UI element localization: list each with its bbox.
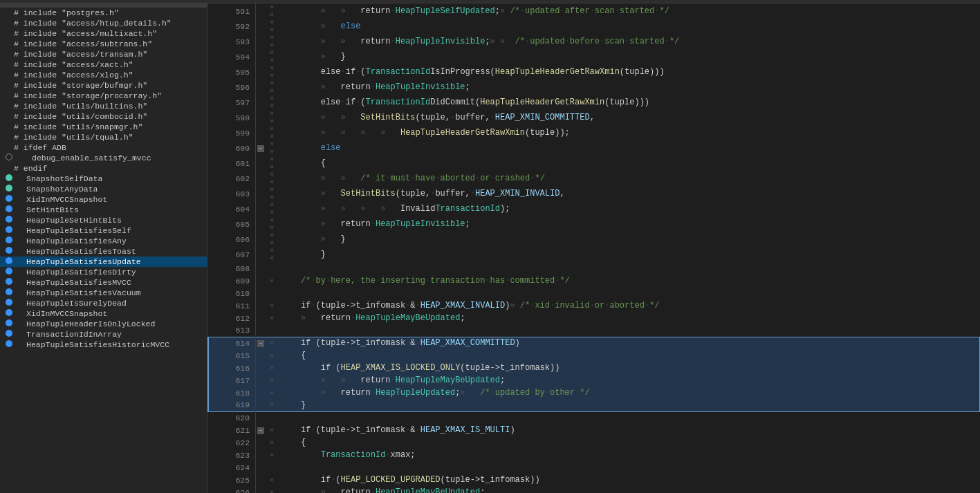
sidebar-item-label: XidInMVCCSnapshot <box>15 309 107 318</box>
sidebar-item-include-subtrans[interactable]: # include "access/subtrans.h" <box>0 39 207 49</box>
sidebar-item-label: HeapTupleSatisfiesMVCC <box>15 278 131 287</box>
arrow-col: » » <box>266 110 278 125</box>
fold-button[interactable]: − <box>257 427 264 434</box>
sidebar-item-include-transam[interactable]: # include "access/transam.h" <box>0 49 207 59</box>
sidebar-item-xid-mvcc[interactable]: XidInMVCCSnapshot <box>0 194 207 205</box>
sidebar-item-heap-satisfies-update[interactable]: HeapTupleSatisfiesUpdate <box>0 257 207 267</box>
code-line-content: TransactionId·xmax; <box>278 449 979 461</box>
table-row: 591» » » » return·HeapTupleSelfUpdated;»… <box>208 3 980 19</box>
table-row: 598» » » » SetHintBits(tuple,·buffer,·HE… <box>208 110 980 125</box>
fold-col <box>256 125 266 140</box>
table-row: 604» » » » » » InvalidTransactionId); <box>208 201 980 216</box>
sidebar-item-snapshot-self[interactable]: SnapshotSelfData <box>0 174 207 184</box>
arrow-col: » » <box>266 156 278 171</box>
fold-col <box>256 186 266 201</box>
line-number: 611 <box>208 299 256 312</box>
sidebar-item-include-combocid[interactable]: # include "utils/combocid.h" <box>0 111 207 122</box>
sidebar-item-heap-satisfies-dirty[interactable]: HeapTupleSatisfiesDirty <box>0 267 207 277</box>
fold-col <box>256 349 266 362</box>
sidebar-item-include-snapmgr[interactable]: # include "utils/snapmgr.h" <box>0 122 207 132</box>
sidebar-item-heap-set-hint[interactable]: HeapTupleSetHintBits <box>0 215 207 225</box>
dot-blue-icon <box>6 236 12 245</box>
sidebar-item-include-bufmgr[interactable]: # include "storage/bufmgr.h" <box>0 80 207 91</box>
table-row: 603» » » SetHintBits(tuple,·buffer,·HEAP… <box>208 186 980 201</box>
sidebar-item-heap-satisfies-mvcc[interactable]: HeapTupleSatisfiesMVCC <box>0 277 207 288</box>
fold-col[interactable]: − <box>256 424 266 436</box>
sidebar-list[interactable]: # include "postgres.h"# include "access/… <box>0 8 207 493</box>
line-number: 622 <box>208 436 256 449</box>
sidebar-item-heap-satisfies-any[interactable]: HeapTupleSatisfiesAny <box>0 236 207 246</box>
fold-col <box>256 19 266 34</box>
table-row: 608 <box>208 262 980 275</box>
fold-col <box>256 324 266 337</box>
sidebar-item-heap-header-only-locked[interactable]: HeapTupleHeaderIsOnlyLocked <box>0 319 207 329</box>
line-number: 602 <box>208 171 256 186</box>
line-number: 595 <box>208 64 256 80</box>
main-container: # include "postgres.h"# include "access/… <box>0 3 980 493</box>
sidebar-item-heap-satisfies-self[interactable]: HeapTupleSatisfiesSelf <box>0 225 207 236</box>
fold-col[interactable]: − <box>256 140 266 156</box>
sidebar-item-include-xlog[interactable]: # include "access/xlog.h" <box>0 70 207 80</box>
table-row: 607» » } <box>208 247 980 262</box>
sidebar-item-heap-satisfies-vacuum[interactable]: HeapTupleSatisfiesVacuum <box>0 288 207 298</box>
arrow-col: » » <box>266 171 278 186</box>
line-number: 598 <box>208 110 256 125</box>
dot-blue-icon <box>6 257 12 266</box>
sidebar-item-xid-mvcc2[interactable]: XidInMVCCSnapshot <box>0 308 207 319</box>
fold-col <box>256 110 266 125</box>
fold-col <box>256 171 266 186</box>
sidebar-item-include-tqual[interactable]: # include "utils/tqual.h" <box>0 132 207 142</box>
fold-col <box>256 3 266 19</box>
arrow-col <box>266 411 278 424</box>
line-number: 618 <box>208 387 256 399</box>
code-line-content: » } <box>278 49 979 64</box>
fold-col <box>256 362 266 374</box>
table-row: 621−» if·(tuple->t_infomask·&·HEAP_XMAX_… <box>208 424 980 436</box>
fold-col <box>256 156 266 171</box>
fold-button[interactable]: − <box>257 340 264 347</box>
sidebar-item-label: HeapTupleSatisfiesAny <box>15 236 127 245</box>
sidebar-item-include-procarray[interactable]: # include "storage/procarray.h" <box>0 91 207 101</box>
fold-col <box>256 449 266 461</box>
line-number: 626 <box>208 486 256 493</box>
code-line-content: { <box>278 156 979 171</box>
sidebar-item-include-xact[interactable]: # include "access/xact.h" <box>0 59 207 70</box>
sidebar-item-label: # endif <box>8 164 47 173</box>
fold-col <box>256 275 266 287</box>
sidebar-item-snapshot-any[interactable]: SnapshotAnyData <box>0 184 207 194</box>
sidebar-item-set-hint-bits[interactable]: SetHintBits <box>0 205 207 215</box>
dot-teal-icon <box>6 185 12 194</box>
sidebar-item-label: HeapTupleSatisfiesSelf <box>15 226 131 235</box>
table-row: 623» TransactionId·xmax; <box>208 449 980 461</box>
code-scroll[interactable]: 591» » » » return·HeapTupleSelfUpdated;»… <box>207 3 980 493</box>
fold-button[interactable]: − <box>257 145 264 152</box>
code-line-content: else·if·(TransactionIdDidCommit(HeapTupl… <box>278 95 979 110</box>
fold-col <box>256 411 266 424</box>
sidebar-item-ifdef-adb[interactable]: # ifdef ADB <box>0 142 207 153</box>
line-number: 606 <box>208 232 256 247</box>
sidebar-item-include-postgres[interactable]: # include "postgres.h" <box>0 8 207 18</box>
fold-col[interactable]: − <box>256 337 266 349</box>
sidebar-item-include-multixact[interactable]: # include "access/multixact.h" <box>0 28 207 39</box>
sidebar-item-include-builtins[interactable]: # include "utils/builtins.h" <box>0 101 207 111</box>
sidebar-item-heap-satisfies-toast[interactable]: HeapTupleSatisfiesToast <box>0 246 207 257</box>
table-row: 618» » return·HeapTupleUpdated;» /*·upda… <box>208 387 980 399</box>
sidebar-item-heap-satisfies-historic[interactable]: HeapTupleSatisfiesHistoricMVCC <box>0 339 207 350</box>
sidebar-item-heap-surely-dead[interactable]: HeapTupleIsSurelyDead <box>0 298 207 308</box>
fold-col <box>256 201 266 216</box>
sidebar-item-debug-enable[interactable]: debug_enable_satisfy_mvcc <box>0 153 207 163</box>
fold-col <box>256 474 266 486</box>
line-number: 624 <box>208 461 256 474</box>
sidebar-item-endif[interactable]: # endif <box>0 163 207 174</box>
arrow-col: » » <box>266 232 278 247</box>
code-line-content: if·(tuple->t_infomask·&·HEAP_XMAX_COMMIT… <box>278 337 979 349</box>
sidebar-item-transaction-in-array[interactable]: TransactionIdInArray <box>0 329 207 339</box>
table-row: 599» » » » » » HeapTupleHeaderGetRawXmin… <box>208 125 980 140</box>
table-row: 593» » » » return·HeapTupleInvisible;» »… <box>208 34 980 49</box>
line-number: 616 <box>208 362 256 374</box>
sidebar-item-include-htup[interactable]: # include "access/htup_details.h" <box>0 18 207 28</box>
table-row: 622» { <box>208 436 980 449</box>
code-line-content: /*·by·here,·the·inserting·transaction·ha… <box>278 275 979 287</box>
sidebar-item-label: HeapTupleSetHintBits <box>15 216 122 225</box>
code-line-content: » return·HeapTupleMayBeUpdated; <box>278 312 979 324</box>
